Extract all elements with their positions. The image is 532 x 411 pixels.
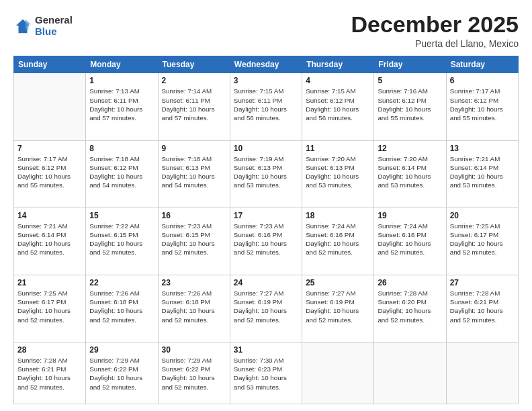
day-info: Sunrise: 7:24 AM Sunset: 6:16 PM Dayligh… <box>306 222 370 257</box>
day-number: 18 <box>306 211 370 220</box>
day-cell: 13Sunrise: 7:21 AM Sunset: 6:14 PM Dayli… <box>446 140 518 208</box>
day-info: Sunrise: 7:23 AM Sunset: 6:16 PM Dayligh… <box>234 222 298 257</box>
day-number: 19 <box>378 211 442 220</box>
logo-blue: Blue <box>35 26 73 38</box>
day-info: Sunrise: 7:18 AM Sunset: 6:12 PM Dayligh… <box>89 154 154 190</box>
day-number: 21 <box>17 278 82 287</box>
day-info: Sunrise: 7:17 AM Sunset: 6:12 PM Dayligh… <box>450 87 515 122</box>
day-cell: 28Sunrise: 7:28 AM Sunset: 6:21 PM Dayli… <box>14 342 86 404</box>
day-info: Sunrise: 7:20 AM Sunset: 6:13 PM Dayligh… <box>306 154 370 190</box>
weekday-friday: Friday <box>374 56 446 73</box>
day-info: Sunrise: 7:28 AM Sunset: 6:20 PM Dayligh… <box>378 289 442 324</box>
day-info: Sunrise: 7:26 AM Sunset: 6:18 PM Dayligh… <box>162 289 226 324</box>
day-info: Sunrise: 7:25 AM Sunset: 6:17 PM Dayligh… <box>17 289 82 324</box>
day-number: 23 <box>162 278 226 287</box>
day-cell: 24Sunrise: 7:27 AM Sunset: 6:19 PM Dayli… <box>230 275 302 342</box>
day-info: Sunrise: 7:27 AM Sunset: 6:19 PM Dayligh… <box>306 289 370 324</box>
day-number: 20 <box>450 211 515 220</box>
day-number: 16 <box>162 211 226 220</box>
day-cell: 23Sunrise: 7:26 AM Sunset: 6:18 PM Dayli… <box>158 275 230 342</box>
week-row-1: 1Sunrise: 7:13 AM Sunset: 6:11 PM Daylig… <box>14 73 519 140</box>
weekday-saturday: Saturday <box>446 56 518 73</box>
weekday-thursday: Thursday <box>302 56 374 73</box>
day-cell: 30Sunrise: 7:29 AM Sunset: 6:22 PM Dayli… <box>158 342 230 404</box>
day-number: 31 <box>234 345 298 355</box>
day-number: 14 <box>17 211 82 220</box>
day-number: 13 <box>450 144 515 153</box>
day-info: Sunrise: 7:19 AM Sunset: 6:13 PM Dayligh… <box>234 154 298 190</box>
day-cell: 29Sunrise: 7:29 AM Sunset: 6:22 PM Dayli… <box>86 342 158 404</box>
day-cell: 7Sunrise: 7:17 AM Sunset: 6:12 PM Daylig… <box>14 140 86 208</box>
day-number: 15 <box>89 211 154 220</box>
day-info: Sunrise: 7:24 AM Sunset: 6:16 PM Dayligh… <box>378 222 442 257</box>
day-cell: 1Sunrise: 7:13 AM Sunset: 6:11 PM Daylig… <box>86 73 158 140</box>
title-area: December 2025 Puerta del Llano, Mexico <box>351 12 519 49</box>
day-cell: 16Sunrise: 7:23 AM Sunset: 6:15 PM Dayli… <box>158 208 230 275</box>
day-cell: 19Sunrise: 7:24 AM Sunset: 6:16 PM Dayli… <box>374 208 446 275</box>
day-cell: 25Sunrise: 7:27 AM Sunset: 6:19 PM Dayli… <box>302 275 374 342</box>
day-info: Sunrise: 7:25 AM Sunset: 6:17 PM Dayligh… <box>450 222 515 257</box>
day-cell: 22Sunrise: 7:26 AM Sunset: 6:18 PM Dayli… <box>86 275 158 342</box>
week-row-2: 7Sunrise: 7:17 AM Sunset: 6:12 PM Daylig… <box>14 140 519 208</box>
day-cell: 10Sunrise: 7:19 AM Sunset: 6:13 PM Dayli… <box>230 140 302 208</box>
day-info: Sunrise: 7:23 AM Sunset: 6:15 PM Dayligh… <box>162 222 226 257</box>
day-cell: 31Sunrise: 7:30 AM Sunset: 6:23 PM Dayli… <box>230 342 302 404</box>
day-info: Sunrise: 7:21 AM Sunset: 6:14 PM Dayligh… <box>450 154 515 190</box>
day-info: Sunrise: 7:18 AM Sunset: 6:13 PM Dayligh… <box>162 154 226 190</box>
calendar: SundayMondayTuesdayWednesdayThursdayFrid… <box>13 56 519 404</box>
day-number: 30 <box>162 345 226 355</box>
day-number: 11 <box>306 144 370 153</box>
svg-marker-1 <box>26 19 31 29</box>
week-row-5: 28Sunrise: 7:28 AM Sunset: 6:21 PM Dayli… <box>14 342 519 404</box>
day-info: Sunrise: 7:14 AM Sunset: 6:11 PM Dayligh… <box>162 87 226 122</box>
day-cell: 26Sunrise: 7:28 AM Sunset: 6:20 PM Dayli… <box>374 275 446 342</box>
day-cell: 2Sunrise: 7:14 AM Sunset: 6:11 PM Daylig… <box>158 73 230 140</box>
day-number: 9 <box>162 144 226 153</box>
day-number: 8 <box>89 144 154 153</box>
day-info: Sunrise: 7:26 AM Sunset: 6:18 PM Dayligh… <box>89 289 154 324</box>
weekday-sunday: Sunday <box>14 56 86 73</box>
day-cell <box>14 73 86 140</box>
day-info: Sunrise: 7:15 AM Sunset: 6:11 PM Dayligh… <box>234 87 298 122</box>
day-cell: 17Sunrise: 7:23 AM Sunset: 6:16 PM Dayli… <box>230 208 302 275</box>
day-number: 17 <box>234 211 298 220</box>
week-row-4: 21Sunrise: 7:25 AM Sunset: 6:17 PM Dayli… <box>14 275 519 342</box>
logo: General Blue <box>13 15 73 37</box>
day-number: 2 <box>162 76 226 85</box>
day-number: 6 <box>450 76 515 85</box>
day-info: Sunrise: 7:28 AM Sunset: 6:21 PM Dayligh… <box>450 289 515 324</box>
weekday-wednesday: Wednesday <box>230 56 302 73</box>
day-number: 22 <box>89 278 154 287</box>
page: General Blue December 2025 Puerta del Ll… <box>0 0 532 411</box>
day-cell: 3Sunrise: 7:15 AM Sunset: 6:11 PM Daylig… <box>230 73 302 140</box>
day-cell: 18Sunrise: 7:24 AM Sunset: 6:16 PM Dayli… <box>302 208 374 275</box>
day-number: 29 <box>89 345 154 355</box>
day-info: Sunrise: 7:22 AM Sunset: 6:15 PM Dayligh… <box>89 222 154 257</box>
day-number: 25 <box>306 278 370 287</box>
day-number: 1 <box>89 76 154 85</box>
day-cell <box>374 342 446 404</box>
day-number: 28 <box>17 345 82 355</box>
day-number: 12 <box>378 144 442 153</box>
weekday-monday: Monday <box>86 56 158 73</box>
day-cell <box>302 342 374 404</box>
day-number: 26 <box>378 278 442 287</box>
week-row-3: 14Sunrise: 7:21 AM Sunset: 6:14 PM Dayli… <box>14 208 519 275</box>
day-cell: 11Sunrise: 7:20 AM Sunset: 6:13 PM Dayli… <box>302 140 374 208</box>
day-info: Sunrise: 7:16 AM Sunset: 6:12 PM Dayligh… <box>378 87 442 122</box>
day-cell: 4Sunrise: 7:15 AM Sunset: 6:12 PM Daylig… <box>302 73 374 140</box>
month-title: December 2025 <box>351 12 519 37</box>
day-cell: 5Sunrise: 7:16 AM Sunset: 6:12 PM Daylig… <box>374 73 446 140</box>
logo-icon <box>13 17 32 36</box>
day-info: Sunrise: 7:17 AM Sunset: 6:12 PM Dayligh… <box>17 154 82 190</box>
day-number: 27 <box>450 278 515 287</box>
day-number: 24 <box>234 278 298 287</box>
day-cell: 20Sunrise: 7:25 AM Sunset: 6:17 PM Dayli… <box>446 208 518 275</box>
day-info: Sunrise: 7:27 AM Sunset: 6:19 PM Dayligh… <box>234 289 298 324</box>
day-number: 10 <box>234 144 298 153</box>
day-cell <box>446 342 518 404</box>
day-cell: 6Sunrise: 7:17 AM Sunset: 6:12 PM Daylig… <box>446 73 518 140</box>
day-cell: 8Sunrise: 7:18 AM Sunset: 6:12 PM Daylig… <box>86 140 158 208</box>
day-info: Sunrise: 7:15 AM Sunset: 6:12 PM Dayligh… <box>306 87 370 122</box>
day-info: Sunrise: 7:13 AM Sunset: 6:11 PM Dayligh… <box>89 87 154 122</box>
